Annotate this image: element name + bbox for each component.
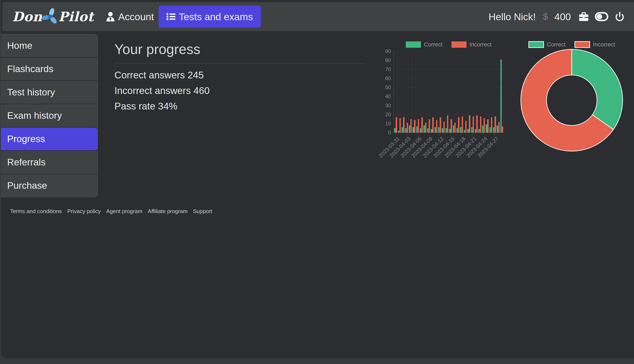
title-divider [114, 63, 365, 64]
sidebar-item-exam-history[interactable]: Exam history [1, 104, 98, 127]
bar-incorrect [454, 123, 456, 132]
bar-correct [467, 129, 469, 132]
tests-and-exams-label: Tests and exams [179, 11, 253, 22]
account-button[interactable]: Account [106, 11, 154, 22]
footer-link-support[interactable]: Support [193, 208, 212, 214]
donut-chart [517, 45, 627, 155]
logo[interactable]: Don Pilot [12, 7, 94, 26]
bar-incorrect [451, 119, 452, 133]
bar-correct [493, 127, 494, 132]
bar-correct [489, 127, 491, 132]
account-label: Account [118, 11, 154, 22]
tests-and-exams-button[interactable]: Tests and exams [159, 6, 261, 28]
bar-incorrect [458, 117, 459, 132]
bar-correct [446, 128, 447, 133]
bar-correct [460, 127, 461, 132]
bar-incorrect [462, 116, 463, 132]
page-title: Your progress [114, 41, 200, 57]
bar-correct [478, 129, 480, 132]
bar-incorrect [440, 117, 441, 132]
bar-incorrect [432, 117, 434, 132]
footer-links: Terms and conditionsPrivacy policyAgent … [10, 208, 212, 214]
legend-label: Correct [424, 42, 443, 48]
bar-correct [482, 126, 483, 132]
bar-correct [394, 128, 396, 133]
bar-incorrect [469, 116, 470, 132]
stat-pass-rate: Pass rate 34% [114, 98, 210, 114]
bar-chart-x-axis [394, 132, 505, 133]
app-page: Don Pilot Account [1, 0, 634, 358]
sidebar: HomeFlashcardsTest historyExam historyPr… [1, 34, 98, 197]
bar-correct [464, 130, 465, 132]
bar-correct [500, 60, 502, 132]
bar-incorrect [400, 118, 401, 132]
bar-correct [416, 126, 418, 132]
bar-incorrect [421, 117, 423, 132]
bar-correct [475, 129, 476, 132]
bar-chart-legend: CorrectIncorrect [394, 41, 504, 48]
legend-item-incorrect[interactable]: Incorrect [451, 42, 492, 48]
bar-incorrect [436, 120, 437, 132]
sidebar-item-referrals[interactable]: Referrals [1, 150, 98, 174]
bar-correct [405, 128, 406, 133]
bar-incorrect [418, 119, 419, 133]
bar-incorrect [396, 117, 397, 132]
sidebar-item-flashcards[interactable]: Flashcards [1, 57, 98, 80]
stat-incorrect-answers: Incorrect answers 460 [114, 83, 210, 98]
bar-incorrect [487, 119, 488, 133]
greeting-text: Hello Nick! [488, 11, 536, 22]
bar-incorrect [443, 122, 445, 132]
bar-correct [438, 127, 439, 132]
bar-incorrect [410, 119, 412, 133]
footer-link-terms-and-conditions[interactable]: Terms and conditions [10, 208, 62, 214]
topbar-right-group: Hello Nick! $ 400 [488, 11, 625, 22]
bar-incorrect [407, 123, 408, 132]
propeller-icon [41, 7, 60, 26]
bar-correct [427, 128, 429, 133]
sidebar-item-test-history[interactable]: Test history [1, 80, 98, 104]
bar-chart-plot [394, 51, 504, 132]
bar-correct [402, 127, 403, 132]
bar-incorrect [403, 117, 404, 132]
logo-text-don: Don [12, 9, 42, 24]
legend-item-correct[interactable]: Correct [406, 42, 443, 48]
sidebar-item-progress[interactable]: Progress [1, 127, 98, 150]
progress-stats: Correct answers 245 Incorrect answers 46… [114, 67, 210, 114]
bar-correct [486, 124, 487, 132]
bar-correct [413, 127, 414, 132]
footer-link-agent-program[interactable]: Agent program [106, 208, 142, 214]
user-icon [106, 12, 115, 22]
list-icon [167, 12, 175, 20]
bar-incorrect [414, 120, 415, 132]
bar-incorrect [447, 116, 448, 132]
bar-incorrect [425, 123, 426, 132]
briefcase-icon[interactable] [579, 12, 588, 21]
footer-link-affiliate-program[interactable]: Affiliate program [148, 208, 188, 214]
stat-correct-answers: Correct answers 245 [114, 67, 210, 83]
bar-incorrect [476, 116, 477, 132]
bar-correct [442, 128, 443, 133]
bar-incorrect [484, 118, 485, 132]
donut-slice-correct [572, 50, 623, 130]
bar-correct [449, 129, 450, 132]
footer-link-privacy-policy[interactable]: Privacy policy [67, 208, 101, 214]
bar-incorrect [480, 116, 481, 132]
logo-text-pilot: Pilot [58, 9, 94, 24]
topbar: Don Pilot Account [3, 2, 634, 31]
bar-incorrect [491, 117, 492, 132]
currency-symbol: $ [543, 11, 548, 22]
power-icon[interactable] [615, 12, 625, 22]
sidebar-item-home[interactable]: Home [1, 34, 98, 57]
bar-correct [423, 126, 425, 132]
bar-incorrect [429, 119, 430, 133]
bar-correct [456, 128, 458, 133]
toggle-icon[interactable] [595, 12, 608, 21]
sidebar-item-purchase[interactable]: Purchase [1, 174, 98, 197]
bar-correct [471, 127, 472, 132]
bar-incorrect [473, 116, 474, 132]
bar-correct [420, 128, 421, 133]
bar-correct [409, 126, 410, 132]
legend-swatch-incorrect [451, 42, 467, 48]
bar-incorrect [465, 121, 467, 132]
bar-correct [398, 131, 399, 132]
